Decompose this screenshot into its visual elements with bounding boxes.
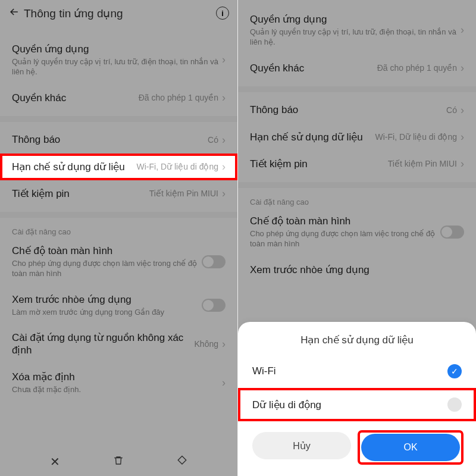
- sheet-option-mobile-data[interactable]: Dữ liệu di động: [238, 388, 476, 421]
- toggle-off[interactable]: [202, 255, 226, 268]
- row-label: Quyền ứng dụng: [250, 13, 461, 26]
- row-label: Quyền khác: [250, 62, 377, 74]
- chevron-right-icon: ›: [222, 161, 226, 173]
- info-icon[interactable]: i: [216, 7, 229, 20]
- chevron-right-icon: ›: [222, 187, 226, 200]
- row-label: Chế độ toàn màn hình: [250, 215, 440, 227]
- right-screenshot: Quyền ứng dụng Quản lý quyền truy cập vị…: [238, 0, 476, 476]
- chevron-right-icon: ›: [461, 104, 464, 117]
- row-battery-saver[interactable]: Tiết kiệm pin Tiết kiệm Pin MIUI ›: [238, 151, 476, 177]
- row-label: Hạn chế sử dụng dữ liệu: [250, 131, 375, 143]
- row-label: Xóa mặc định: [12, 371, 222, 383]
- row-fullscreen-mode[interactable]: Chế độ toàn màn hình Cho phép ứng dụng đ…: [238, 208, 476, 256]
- row-battery-saver[interactable]: Tiết kiệm pin Tiết kiệm Pin MIUI ›: [0, 180, 237, 207]
- sheet-option-wifi[interactable]: Wi-Fi ✓: [238, 355, 476, 388]
- row-label: Xem trước nhòe ứng dụng: [12, 293, 202, 306]
- row-label: Thông báo: [12, 134, 208, 146]
- row-label: Chế độ toàn màn hình: [12, 245, 202, 257]
- sheet-button-row: Hủy OK: [238, 421, 476, 476]
- ok-button[interactable]: OK: [361, 434, 460, 461]
- row-value: Đã cho phép 1 quyền: [139, 93, 218, 102]
- row-value: Đã cho phép 1 quyền: [377, 63, 457, 73]
- toggle-off[interactable]: [440, 226, 464, 239]
- row-fullscreen-mode[interactable]: Chế độ toàn màn hình Cho phép ứng dụng đ…: [0, 237, 237, 286]
- ok-button-highlight: OK: [359, 432, 462, 463]
- chevron-right-icon: ›: [461, 24, 464, 36]
- row-data-usage-restrict[interactable]: Hạn chế sử dụng dữ liệu Wi-Fi, Dữ liệu d…: [0, 154, 237, 180]
- row-sub: Chưa đặt mặc định.: [12, 385, 222, 395]
- row-sub: Làm mờ xem trước ứng dụng trong Gần đây: [12, 308, 202, 318]
- close-icon[interactable]: ✕: [50, 455, 60, 469]
- left-screenshot: Thông tin ứng dụng i Quyền ứng dụng Quản…: [0, 0, 238, 476]
- sheet-title: Hạn chế sử dụng dữ liệu: [238, 329, 476, 355]
- chevron-right-icon: ›: [222, 377, 226, 389]
- row-app-permissions[interactable]: Quyền ứng dụng Quản lý quyền truy cập vị…: [0, 36, 237, 84]
- tag-icon[interactable]: [177, 455, 187, 469]
- row-value: Không: [195, 339, 218, 349]
- row-sub: Cho phép ứng dụng được chọn làm việc tro…: [250, 229, 440, 249]
- row-label: Xem trước nhòe ứng dụng: [250, 264, 464, 276]
- chevron-right-icon: ›: [222, 54, 226, 66]
- row-unknown-sources[interactable]: Cài đặt ứng dụng từ nguồn không xác định…: [0, 324, 237, 364]
- option-label: Wi-Fi: [252, 365, 276, 377]
- header: Thông tin ứng dụng i: [0, 0, 237, 24]
- option-label: Dữ liệu di động: [252, 399, 321, 411]
- bottom-toolbar: ✕: [0, 447, 237, 476]
- row-value: Tiết kiệm Pin MIUI: [388, 159, 457, 168]
- page-title: Thông tin ứng dụng: [24, 7, 216, 20]
- row-sub: Quản lý quyền truy cập vị trí, lưu trữ, …: [12, 57, 222, 77]
- check-off-icon: [447, 397, 462, 412]
- back-icon[interactable]: [8, 6, 24, 20]
- toggle-off[interactable]: [202, 299, 226, 312]
- chevron-right-icon: ›: [461, 158, 464, 170]
- chevron-right-icon: ›: [461, 62, 464, 74]
- row-label: Quyền ứng dụng: [12, 43, 222, 55]
- row-notifications[interactable]: Thông báo Có ›: [238, 97, 476, 124]
- row-other-permissions[interactable]: Quyền khác Đã cho phép 1 quyền ›: [0, 84, 237, 111]
- chevron-right-icon: ›: [222, 134, 226, 146]
- row-app-permissions[interactable]: Quyền ứng dụng Quản lý quyền truy cập vị…: [238, 6, 476, 55]
- row-value: Wi-Fi, Dữ liệu di động: [375, 132, 457, 142]
- row-value: Wi-Fi, Dữ liệu di động: [137, 162, 218, 171]
- row-label: Tiết kiệm pin: [250, 158, 388, 170]
- row-sub: Quản lý quyền truy cập vị trí, lưu trữ, …: [250, 27, 461, 48]
- row-sub: Cho phép ứng dụng được chọn làm việc tro…: [12, 259, 202, 279]
- row-label: Quyền khác: [12, 92, 139, 104]
- row-blur-preview[interactable]: Xem trước nhòe ứng dụng Làm mờ xem trước…: [0, 286, 237, 325]
- row-blur-preview[interactable]: Xem trước nhòe ứng dụng: [238, 256, 476, 283]
- row-value: Có: [208, 135, 218, 145]
- row-notifications[interactable]: Thông báo Có ›: [0, 127, 237, 154]
- cancel-button[interactable]: Hủy: [252, 432, 351, 459]
- row-label: Tiết kiệm pin: [12, 187, 149, 200]
- row-value: Có: [446, 105, 457, 115]
- row-clear-defaults[interactable]: Xóa mặc định Chưa đặt mặc định. ›: [0, 364, 237, 402]
- chevron-right-icon: ›: [222, 338, 226, 350]
- chevron-right-icon: ›: [222, 92, 226, 104]
- row-value: Tiết kiệm Pin MIUI: [149, 189, 218, 198]
- row-label: Thông báo: [250, 104, 446, 116]
- trash-icon[interactable]: [113, 455, 124, 469]
- data-restrict-sheet: Hạn chế sử dụng dữ liệu Wi-Fi ✓ Dữ liệu …: [238, 322, 476, 476]
- check-on-icon: ✓: [447, 364, 462, 378]
- row-label: Cài đặt ứng dụng từ nguồn không xác định: [12, 331, 195, 356]
- chevron-right-icon: ›: [461, 131, 464, 143]
- row-data-usage-restrict[interactable]: Hạn chế sử dụng dữ liệu Wi-Fi, Dữ liệu d…: [238, 124, 476, 151]
- section-advanced-title: Cài đặt nâng cao: [238, 193, 476, 208]
- row-other-permissions[interactable]: Quyền khác Đã cho phép 1 quyền ›: [238, 55, 476, 82]
- section-advanced-title: Cài đặt nâng cao: [0, 223, 237, 237]
- row-label: Hạn chế sử dụng dữ liệu: [12, 161, 137, 173]
